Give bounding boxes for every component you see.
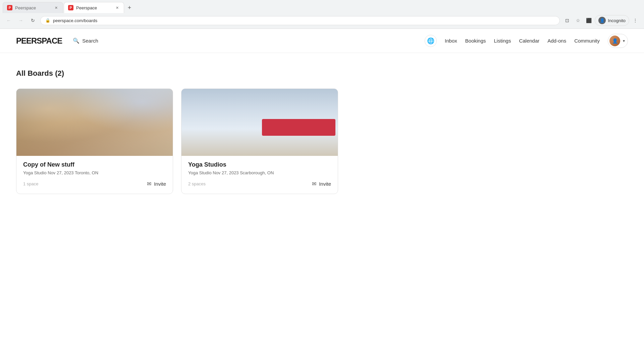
chevron-down-icon: ▾ (623, 39, 625, 43)
back-button[interactable]: ← (4, 16, 13, 25)
nav-community[interactable]: Community (574, 38, 600, 44)
user-menu[interactable]: 👤 ▾ (608, 34, 628, 48)
extensions-button[interactable]: ⬛ (584, 16, 593, 25)
invite-label-1: Invite (154, 181, 166, 187)
tab-title-2: Peerspace (76, 5, 112, 10)
toolbar-actions: ⊡ ☆ ⬛ 👤 Incognito ⋮ (562, 15, 640, 26)
board-image-2 (181, 89, 338, 156)
tab-favicon-1: P (7, 5, 12, 10)
avatar: 👤 (609, 36, 620, 46)
tab-favicon-2: P (68, 5, 73, 10)
envelope-icon-2: ✉ (312, 181, 316, 187)
board-info-1: Copy of New stuff Yoga Studio Nov 27, 20… (16, 156, 173, 194)
site-header: PEERSPACE 🔍 Search 🌐 Inbox Bookings List… (0, 29, 644, 53)
board-title-1: Copy of New stuff (23, 161, 166, 168)
board-card-1[interactable]: Copy of New stuff Yoga Studio Nov 27, 20… (16, 88, 173, 194)
browser-tabs: P Peerspace ✕ P Peerspace ✕ + (0, 0, 644, 13)
incognito-icon: 👤 (598, 17, 606, 24)
main-content: All Boards (2) Copy of New stuff Yoga St… (0, 53, 470, 210)
nav-listings[interactable]: Listings (494, 38, 511, 44)
nav-bookings[interactable]: Bookings (465, 38, 486, 44)
cast-button[interactable]: ⊡ (562, 16, 572, 25)
invite-label-2: Invite (319, 181, 331, 187)
envelope-icon-1: ✉ (147, 181, 151, 187)
search-button[interactable]: 🔍 Search (73, 38, 98, 44)
new-tab-button[interactable]: + (125, 3, 134, 12)
page-heading: All Boards (2) (16, 69, 453, 78)
board-image-1 (16, 89, 173, 156)
board-title-2: Yoga Studios (188, 161, 331, 168)
nav-addons[interactable]: Add-ons (547, 38, 566, 44)
refresh-button[interactable]: ↻ (28, 16, 38, 25)
browser-toolbar: ← → ↻ 🔒 peerspace.com/boards ⊡ ☆ ⬛ 👤 Inc… (0, 13, 644, 28)
forward-button[interactable]: → (16, 16, 25, 25)
board-info-2: Yoga Studios Yoga Studio Nov 27, 2023 Sc… (181, 156, 338, 194)
address-text: peerspace.com/boards (53, 18, 97, 23)
tab-close-1[interactable]: ✕ (53, 5, 59, 10)
board-meta-2: Yoga Studio Nov 27, 2023 Scarborough, ON (188, 170, 331, 175)
menu-button[interactable]: ⋮ (631, 16, 640, 25)
browser-chrome: P Peerspace ✕ P Peerspace ✕ + ← → ↻ 🔒 pe… (0, 0, 644, 29)
site-logo[interactable]: PEERSPACE (16, 36, 62, 46)
nav-calendar[interactable]: Calendar (519, 38, 539, 44)
incognito-button[interactable]: 👤 Incognito (595, 15, 629, 26)
main-nav: 🌐 Inbox Bookings Listings Calendar Add-o… (425, 34, 628, 48)
board-card-2[interactable]: Yoga Studios Yoga Studio Nov 27, 2023 Sc… (181, 88, 338, 194)
board-footer-2: 2 spaces ✉ Invite (188, 181, 331, 187)
tab-title-1: Peerspace (15, 5, 51, 10)
board-spaces-2: 2 spaces (188, 181, 206, 186)
search-label: Search (82, 38, 98, 44)
avatar-image: 👤 (609, 36, 620, 46)
star-button[interactable]: ☆ (573, 16, 583, 25)
search-icon: 🔍 (73, 38, 79, 44)
address-bar[interactable]: 🔒 peerspace.com/boards (40, 16, 560, 25)
incognito-label: Incognito (608, 18, 626, 23)
board-footer-1: 1 space ✉ Invite (23, 181, 166, 187)
browser-tab-2[interactable]: P Peerspace ✕ (64, 2, 124, 13)
invite-button-2[interactable]: ✉ Invite (312, 181, 331, 187)
board-spaces-1: 1 space (23, 181, 39, 186)
board-meta-1: Yoga Studio Nov 27, 2023 Toronto, ON (23, 170, 166, 175)
browser-tab-1[interactable]: P Peerspace ✕ (3, 2, 63, 13)
boards-grid: Copy of New stuff Yoga Studio Nov 27, 20… (16, 88, 338, 194)
globe-button[interactable]: 🌐 (425, 35, 437, 47)
nav-inbox[interactable]: Inbox (445, 38, 457, 44)
lock-icon: 🔒 (45, 18, 50, 23)
tab-close-2[interactable]: ✕ (114, 5, 120, 10)
invite-button-1[interactable]: ✉ Invite (147, 181, 166, 187)
